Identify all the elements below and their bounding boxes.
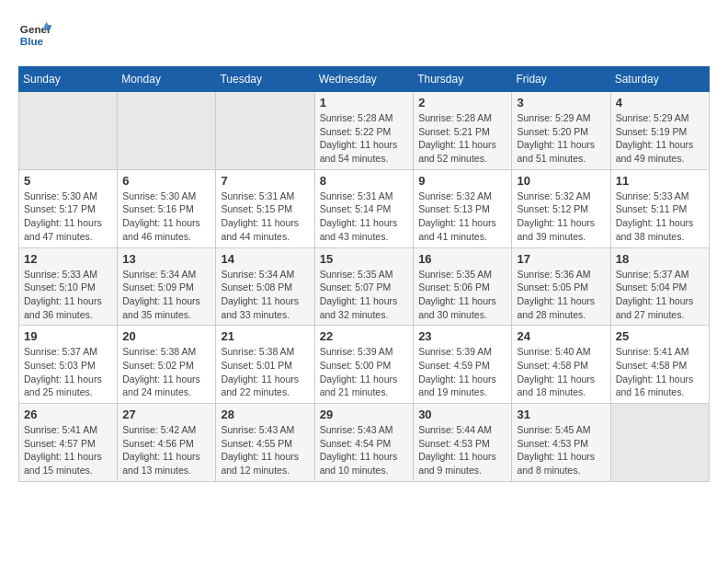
calendar-cell: 1Sunrise: 5:28 AMSunset: 5:22 PMDaylight… [314, 92, 413, 170]
calendar-cell: 15Sunrise: 5:35 AMSunset: 5:07 PMDayligh… [314, 247, 413, 326]
calendar-cell: 31Sunrise: 5:45 AMSunset: 4:53 PMDayligh… [512, 404, 610, 482]
weekday-header-row: SundayMondayTuesdayWednesdayThursdayFrid… [19, 67, 710, 92]
weekday-header-tuesday: Tuesday [216, 67, 314, 92]
calendar-table: SundayMondayTuesdayWednesdayThursdayFrid… [18, 66, 710, 482]
weekday-header-sunday: Sunday [19, 67, 118, 92]
day-info: Sunrise: 5:39 AMSunset: 5:00 PMDaylight:… [320, 345, 408, 399]
day-number: 16 [418, 252, 506, 266]
calendar-week-3: 12Sunrise: 5:33 AMSunset: 5:10 PMDayligh… [19, 247, 710, 326]
calendar-cell: 11Sunrise: 5:33 AMSunset: 5:11 PMDayligh… [610, 169, 709, 247]
calendar-cell: 6Sunrise: 5:30 AMSunset: 5:16 PMDaylight… [118, 169, 216, 247]
calendar-cell: 20Sunrise: 5:38 AMSunset: 5:02 PMDayligh… [118, 326, 216, 404]
day-number: 26 [24, 408, 112, 421]
day-info: Sunrise: 5:43 AMSunset: 4:54 PMDaylight:… [320, 423, 408, 477]
day-number: 3 [517, 96, 605, 109]
calendar-cell: 8Sunrise: 5:31 AMSunset: 5:14 PMDaylight… [314, 169, 413, 247]
day-info: Sunrise: 5:29 AMSunset: 5:19 PMDaylight:… [616, 111, 704, 166]
calendar-cell: 18Sunrise: 5:37 AMSunset: 5:04 PMDayligh… [610, 247, 709, 326]
day-number: 12 [24, 252, 112, 266]
day-number: 10 [517, 174, 605, 188]
calendar-cell: 13Sunrise: 5:34 AMSunset: 5:09 PMDayligh… [118, 247, 216, 326]
day-info: Sunrise: 5:33 AMSunset: 5:10 PMDaylight:… [24, 268, 112, 322]
calendar-cell: 16Sunrise: 5:35 AMSunset: 5:06 PMDayligh… [414, 247, 512, 326]
day-info: Sunrise: 5:35 AMSunset: 5:07 PMDaylight:… [320, 268, 408, 322]
page-header: General Blue [18, 18, 710, 52]
weekday-header-friday: Friday [512, 67, 610, 92]
day-info: Sunrise: 5:29 AMSunset: 5:20 PMDaylight:… [517, 111, 605, 166]
weekday-header-saturday: Saturday [610, 67, 709, 92]
day-info: Sunrise: 5:28 AMSunset: 5:22 PMDaylight:… [320, 111, 408, 166]
day-number: 6 [122, 174, 210, 188]
day-number: 1 [320, 96, 408, 109]
day-info: Sunrise: 5:42 AMSunset: 4:56 PMDaylight:… [122, 423, 210, 477]
day-info: Sunrise: 5:31 AMSunset: 5:14 PMDaylight:… [320, 190, 408, 244]
day-info: Sunrise: 5:34 AMSunset: 5:08 PMDaylight:… [221, 268, 309, 322]
day-number: 2 [418, 96, 506, 109]
day-number: 30 [418, 408, 506, 421]
calendar-cell: 23Sunrise: 5:39 AMSunset: 4:59 PMDayligh… [414, 326, 512, 404]
day-info: Sunrise: 5:41 AMSunset: 4:58 PMDaylight:… [616, 345, 704, 399]
weekday-header-wednesday: Wednesday [314, 67, 413, 92]
calendar-cell: 30Sunrise: 5:44 AMSunset: 4:53 PMDayligh… [414, 404, 512, 482]
calendar-cell: 21Sunrise: 5:38 AMSunset: 5:01 PMDayligh… [216, 326, 314, 404]
day-info: Sunrise: 5:38 AMSunset: 5:01 PMDaylight:… [221, 345, 309, 399]
day-info: Sunrise: 5:36 AMSunset: 5:05 PMDaylight:… [517, 268, 605, 322]
calendar-cell: 17Sunrise: 5:36 AMSunset: 5:05 PMDayligh… [512, 247, 610, 326]
svg-text:Blue: Blue [20, 35, 44, 47]
day-number: 24 [517, 329, 605, 343]
calendar-week-1: 1Sunrise: 5:28 AMSunset: 5:22 PMDaylight… [19, 92, 710, 170]
calendar-cell: 3Sunrise: 5:29 AMSunset: 5:20 PMDaylight… [512, 92, 610, 170]
day-info: Sunrise: 5:40 AMSunset: 4:58 PMDaylight:… [517, 345, 605, 399]
weekday-header-monday: Monday [118, 67, 216, 92]
calendar-week-2: 5Sunrise: 5:30 AMSunset: 5:17 PMDaylight… [19, 169, 710, 247]
day-info: Sunrise: 5:43 AMSunset: 4:55 PMDaylight:… [221, 423, 309, 477]
day-info: Sunrise: 5:30 AMSunset: 5:17 PMDaylight:… [24, 190, 112, 244]
day-number: 23 [418, 329, 506, 343]
calendar-cell: 22Sunrise: 5:39 AMSunset: 5:00 PMDayligh… [314, 326, 413, 404]
calendar-cell: 12Sunrise: 5:33 AMSunset: 5:10 PMDayligh… [19, 247, 118, 326]
day-info: Sunrise: 5:31 AMSunset: 5:15 PMDaylight:… [221, 190, 309, 244]
calendar-week-5: 26Sunrise: 5:41 AMSunset: 4:57 PMDayligh… [19, 404, 710, 482]
logo-icon: General Blue [18, 18, 51, 52]
calendar-cell: 7Sunrise: 5:31 AMSunset: 5:15 PMDaylight… [216, 169, 314, 247]
day-number: 9 [418, 174, 506, 188]
day-number: 8 [320, 174, 408, 188]
day-number: 27 [122, 408, 210, 421]
day-info: Sunrise: 5:35 AMSunset: 5:06 PMDaylight:… [418, 268, 506, 322]
day-number: 4 [616, 96, 704, 109]
day-info: Sunrise: 5:30 AMSunset: 5:16 PMDaylight:… [122, 190, 210, 244]
logo: General Blue [18, 18, 51, 52]
calendar-cell: 24Sunrise: 5:40 AMSunset: 4:58 PMDayligh… [512, 326, 610, 404]
day-info: Sunrise: 5:32 AMSunset: 5:12 PMDaylight:… [517, 190, 605, 244]
calendar-cell: 2Sunrise: 5:28 AMSunset: 5:21 PMDaylight… [414, 92, 512, 170]
day-info: Sunrise: 5:45 AMSunset: 4:53 PMDaylight:… [517, 423, 605, 477]
day-number: 7 [221, 174, 309, 188]
calendar-cell: 29Sunrise: 5:43 AMSunset: 4:54 PMDayligh… [314, 404, 413, 482]
calendar-cell: 19Sunrise: 5:37 AMSunset: 5:03 PMDayligh… [19, 326, 118, 404]
day-number: 28 [221, 408, 309, 421]
day-number: 19 [24, 329, 112, 343]
calendar-cell: 25Sunrise: 5:41 AMSunset: 4:58 PMDayligh… [610, 326, 709, 404]
day-info: Sunrise: 5:33 AMSunset: 5:11 PMDaylight:… [616, 190, 704, 244]
day-number: 22 [320, 329, 408, 343]
day-number: 5 [24, 174, 112, 188]
day-info: Sunrise: 5:38 AMSunset: 5:02 PMDaylight:… [122, 345, 210, 399]
calendar-cell: 14Sunrise: 5:34 AMSunset: 5:08 PMDayligh… [216, 247, 314, 326]
day-number: 21 [221, 329, 309, 343]
day-info: Sunrise: 5:37 AMSunset: 5:04 PMDaylight:… [616, 268, 704, 322]
day-number: 25 [616, 329, 704, 343]
day-info: Sunrise: 5:41 AMSunset: 4:57 PMDaylight:… [24, 423, 112, 477]
day-number: 29 [320, 408, 408, 421]
day-info: Sunrise: 5:44 AMSunset: 4:53 PMDaylight:… [418, 423, 506, 477]
calendar-cell [610, 404, 709, 482]
day-number: 31 [517, 408, 605, 421]
calendar-cell [118, 92, 216, 170]
day-info: Sunrise: 5:39 AMSunset: 4:59 PMDaylight:… [418, 345, 506, 399]
day-number: 17 [517, 252, 605, 266]
day-number: 13 [122, 252, 210, 266]
calendar-cell [216, 92, 314, 170]
calendar-cell: 10Sunrise: 5:32 AMSunset: 5:12 PMDayligh… [512, 169, 610, 247]
day-number: 18 [616, 252, 704, 266]
day-info: Sunrise: 5:37 AMSunset: 5:03 PMDaylight:… [24, 345, 112, 399]
day-number: 20 [122, 329, 210, 343]
